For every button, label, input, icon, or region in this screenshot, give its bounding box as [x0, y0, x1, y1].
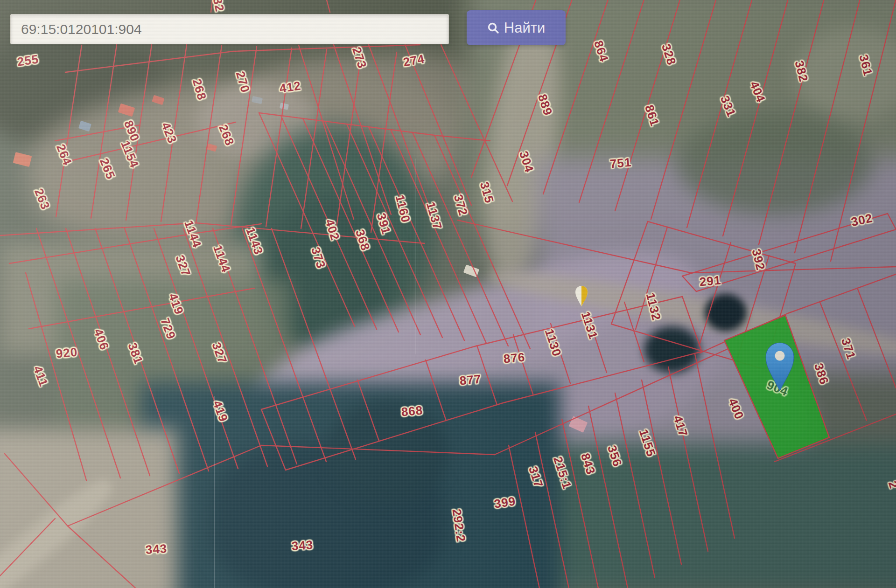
search-input[interactable]: [10, 14, 449, 44]
search-button[interactable]: Найти: [467, 10, 566, 45]
map-canvas[interactable]: [0, 0, 896, 588]
parcel-boundaries: [0, 0, 896, 588]
search-button-label: Найти: [504, 20, 545, 36]
selected-parcel[interactable]: [724, 315, 829, 458]
search-icon: [487, 22, 499, 34]
cadastral-map-screen: 2553226827041227327489011544232642652632…: [0, 0, 896, 588]
